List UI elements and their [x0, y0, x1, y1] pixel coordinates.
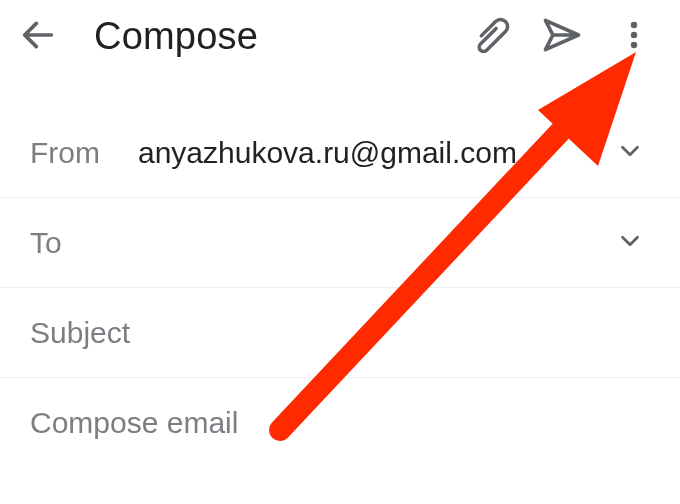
- to-expand[interactable]: [610, 226, 650, 260]
- arrow-left-icon: [18, 15, 58, 58]
- body-input[interactable]: Compose email: [30, 406, 650, 440]
- to-label: To: [30, 226, 138, 260]
- from-label: From: [30, 136, 138, 170]
- attach-button[interactable]: [454, 8, 526, 64]
- to-row[interactable]: To: [0, 198, 680, 288]
- more-vertical-icon: [617, 18, 651, 55]
- send-button[interactable]: [526, 8, 598, 64]
- app-bar: Compose: [0, 0, 680, 72]
- send-icon: [540, 13, 584, 60]
- from-expand[interactable]: [610, 136, 650, 170]
- more-menu-button[interactable]: [598, 8, 670, 64]
- from-value: anyazhukova.ru@gmail.com: [138, 136, 610, 170]
- svg-point-2: [631, 41, 638, 48]
- chevron-down-icon: [615, 226, 645, 260]
- subject-input[interactable]: Subject: [30, 316, 130, 350]
- paperclip-icon: [469, 14, 511, 59]
- back-button[interactable]: [10, 8, 66, 64]
- body-area[interactable]: Compose email: [0, 378, 680, 440]
- page-title: Compose: [94, 15, 258, 58]
- svg-point-0: [631, 21, 638, 28]
- from-row[interactable]: From anyazhukova.ru@gmail.com: [0, 108, 680, 198]
- svg-point-1: [631, 31, 638, 38]
- chevron-down-icon: [615, 136, 645, 170]
- subject-row[interactable]: Subject: [0, 288, 680, 378]
